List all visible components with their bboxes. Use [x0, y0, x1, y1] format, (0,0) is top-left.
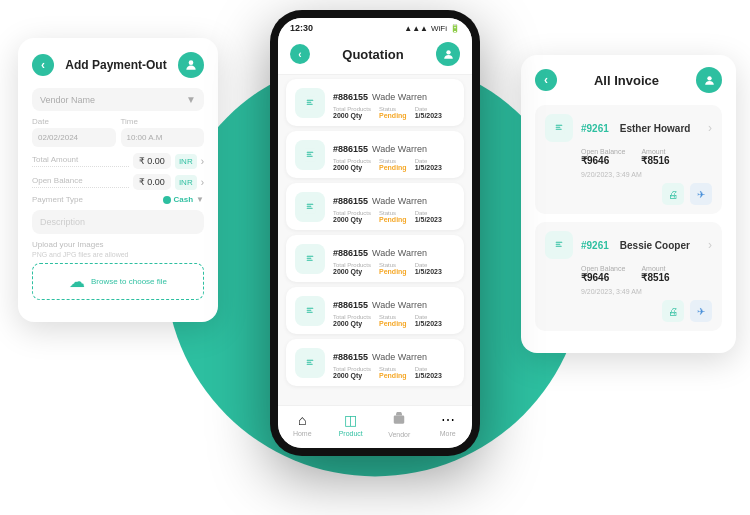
quotation-doc-icon — [295, 244, 325, 274]
phone-back-button[interactable]: ‹ — [290, 44, 310, 64]
svg-rect-18 — [305, 304, 316, 317]
date-field[interactable]: Date 02/02/2024 — [32, 117, 116, 147]
nav-label-more: More — [440, 430, 456, 437]
quotation-id: #886155 — [333, 144, 368, 154]
svg-rect-35 — [556, 246, 562, 247]
open-balance-value: ₹ 0.00 — [133, 174, 171, 190]
quotation-details: Total Products2000 Qty StatusPending Dat… — [333, 366, 455, 379]
time-field[interactable]: Time 10:00 A.M — [121, 117, 205, 147]
total-amount-value: ₹ 0.00 — [133, 153, 171, 169]
invoice-item[interactable]: #9261 Bessie Cooper › Open Balance ₹9646… — [535, 222, 722, 331]
svg-rect-13 — [307, 207, 313, 208]
open-balance-value: ₹9646 — [581, 155, 625, 166]
invoice-chevron-icon: › — [708, 238, 712, 252]
invoice-customer-name: Esther Howard — [620, 123, 691, 134]
quotation-customer-name: Wade Warren — [372, 144, 427, 154]
nav-item-product[interactable]: ◫ Product — [327, 412, 376, 438]
svg-rect-4 — [307, 101, 312, 102]
total-amount-row: Total Amount ₹ 0.00 INR › — [32, 153, 204, 169]
upload-box[interactable]: ☁ Browse to choose file — [32, 263, 204, 300]
phone-screen-title: Quotation — [318, 47, 428, 62]
svg-rect-9 — [307, 155, 313, 156]
list-item[interactable]: #886155Wade Warren Total Products2000 Qt… — [286, 287, 464, 334]
more-icon: ⋯ — [441, 412, 455, 428]
description-field[interactable]: Description — [32, 210, 204, 234]
quotation-customer-name: Wade Warren — [372, 92, 427, 102]
status-icons: ▲▲▲ WiFi 🔋 — [404, 24, 460, 33]
quotation-customer-name: Wade Warren — [372, 248, 427, 258]
vendor-name-placeholder: Vendor Name — [40, 95, 95, 105]
quotation-info: #886155Wade Warren Total Products2000 Qt… — [333, 190, 455, 223]
svg-rect-7 — [307, 151, 314, 152]
list-item[interactable]: #886155Wade Warren Total Products2000 Qt… — [286, 79, 464, 126]
total-amount-label: Total Amount — [32, 155, 129, 167]
print-button[interactable]: 🖨 — [662, 300, 684, 322]
svg-rect-22 — [305, 356, 316, 369]
phone-screen: 12:30 ▲▲▲ WiFi 🔋 ‹ Quotation — [278, 18, 472, 448]
status-time: 12:30 — [290, 23, 313, 33]
back-button-left[interactable]: ‹ — [32, 54, 54, 76]
quotation-info: #886155Wade Warren Total Products2000 Qt… — [333, 86, 455, 119]
svg-rect-34 — [556, 244, 561, 245]
svg-rect-21 — [307, 311, 313, 312]
svg-point-0 — [189, 60, 194, 65]
nav-item-home[interactable]: ⌂ Home — [278, 412, 327, 438]
phone-avatar — [436, 42, 460, 66]
invoice-amounts: Open Balance ₹9646 Amount ₹8516 — [581, 265, 712, 283]
invoice-item[interactable]: #9261 Esther Howard › Open Balance ₹9646… — [535, 105, 722, 214]
quotation-id: #886155 — [333, 92, 368, 102]
list-item[interactable]: #886155Wade Warren Total Products2000 Qt… — [286, 131, 464, 178]
list-item[interactable]: #886155Wade Warren Total Products2000 Qt… — [286, 235, 464, 282]
svg-rect-17 — [307, 259, 313, 260]
list-item[interactable]: #886155Wade Warren Total Products2000 Qt… — [286, 183, 464, 230]
date-value: 02/02/2024 — [32, 128, 116, 147]
quotation-info: #886155Wade Warren Total Products2000 Qt… — [333, 138, 455, 171]
total-amount-currency: INR — [175, 154, 197, 169]
add-payment-out-card: ‹ Add Payment-Out Vendor Name ▼ Date 02/… — [18, 38, 218, 322]
nav-label-home: Home — [293, 430, 312, 437]
quotation-id: #886155 — [333, 352, 368, 362]
nav-item-more[interactable]: ⋯ More — [424, 412, 473, 438]
send-button[interactable]: ✈ — [690, 300, 712, 322]
avatar-icon-left — [178, 52, 204, 78]
vendor-name-field[interactable]: Vendor Name ▼ — [32, 88, 204, 111]
invoice-doc-icon — [545, 114, 573, 142]
wifi-icon: WiFi — [431, 24, 447, 33]
all-invoice-card: ‹ All Invoice #9261 Esther Howard › Open… — [521, 55, 736, 353]
payment-type-value[interactable]: Cash ▼ — [163, 195, 204, 204]
open-balance-row: Open Balance ₹ 0.00 INR › — [32, 174, 204, 190]
invoice-actions: 🖨 ✈ — [545, 183, 712, 205]
product-icon: ◫ — [344, 412, 357, 428]
open-balance-value: ₹9646 — [581, 272, 625, 283]
upload-sublabel: PNG and JPG files are allowed — [32, 251, 204, 258]
back-button-right[interactable]: ‹ — [535, 69, 557, 91]
quotation-list: #886155Wade Warren Total Products2000 Qt… — [278, 75, 472, 395]
quotation-doc-icon — [295, 296, 325, 326]
quotation-customer-name: Wade Warren — [372, 352, 427, 362]
quotation-customer-name: Wade Warren — [372, 196, 427, 206]
svg-rect-24 — [307, 361, 312, 362]
quotation-id: #886155 — [333, 248, 368, 258]
invoice-chevron-icon: › — [708, 121, 712, 135]
nav-label-product: Product — [339, 430, 363, 437]
invoice-id: #9261 — [581, 123, 609, 134]
send-button[interactable]: ✈ — [690, 183, 712, 205]
phone-wrapper: 12:30 ▲▲▲ WiFi 🔋 ‹ Quotation — [270, 10, 480, 456]
quotation-id: #886155 — [333, 300, 368, 310]
open-balance-chevron-icon: › — [201, 177, 204, 188]
right-card-title: All Invoice — [557, 73, 696, 88]
quotation-details: Total Products2000 Qty StatusPending Dat… — [333, 262, 455, 275]
print-button[interactable]: 🖨 — [662, 183, 684, 205]
left-card-header: ‹ Add Payment-Out — [32, 52, 204, 78]
svg-point-27 — [707, 76, 711, 80]
invoice-doc-icon — [545, 231, 573, 259]
svg-rect-29 — [556, 125, 563, 126]
list-item[interactable]: #886155Wade Warren Total Products2000 Qt… — [286, 339, 464, 386]
svg-rect-33 — [556, 242, 563, 243]
right-card-header: ‹ All Invoice — [535, 67, 722, 93]
quotation-info: #886155Wade Warren Total Products2000 Qt… — [333, 242, 455, 275]
nav-item-vendor[interactable]: Vendor — [375, 412, 424, 438]
date-label: Date — [32, 117, 116, 126]
svg-rect-8 — [307, 153, 312, 154]
payment-type-label: Payment Type — [32, 195, 163, 204]
